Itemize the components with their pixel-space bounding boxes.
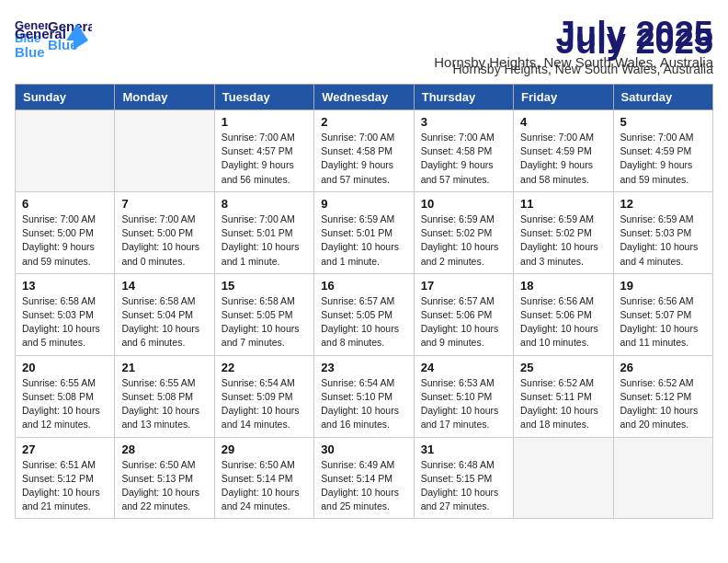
day-detail: Sunrise: 6:58 AM Sunset: 5:05 PM Dayligh…	[222, 294, 307, 350]
day-detail: Sunrise: 7:00 AM Sunset: 5:00 PM Dayligh…	[121, 213, 207, 269]
calendar-cell: 30Sunrise: 6:49 AM Sunset: 5:14 PM Dayli…	[314, 437, 414, 519]
day-number: 23	[321, 361, 406, 374]
svg-text:General: General	[15, 26, 66, 41]
calendar-cell: 11Sunrise: 6:59 AM Sunset: 5:02 PM Dayli…	[514, 191, 613, 273]
calendar-cell: 7Sunrise: 7:00 AM Sunset: 5:00 PM Daylig…	[115, 191, 214, 273]
day-detail: Sunrise: 7:00 AM Sunset: 5:00 PM Dayligh…	[22, 213, 108, 269]
day-number: 22	[222, 361, 307, 374]
day-detail: Sunrise: 6:50 AM Sunset: 5:13 PM Dayligh…	[121, 458, 207, 514]
calendar-cell: 21Sunrise: 6:55 AM Sunset: 5:08 PM Dayli…	[115, 355, 214, 437]
day-detail: Sunrise: 6:55 AM Sunset: 5:08 PM Dayligh…	[22, 376, 108, 432]
day-number: 18	[520, 279, 606, 293]
day-number: 8	[222, 197, 307, 211]
logo-svg: General Blue	[15, 22, 97, 63]
week-row-4: 20Sunrise: 6:55 AM Sunset: 5:08 PM Dayli…	[16, 355, 713, 437]
day-number: 21	[121, 361, 207, 374]
day-number: 5	[620, 115, 706, 129]
day-number: 20	[22, 361, 108, 374]
day-number: 6	[22, 197, 108, 211]
calendar-cell	[16, 110, 115, 192]
calendar-cell	[613, 437, 712, 519]
calendar-cell: 22Sunrise: 6:54 AM Sunset: 5:09 PM Dayli…	[214, 355, 313, 437]
calendar-cell: 14Sunrise: 6:58 AM Sunset: 5:04 PM Dayli…	[115, 273, 214, 355]
calendar-cell: 25Sunrise: 6:52 AM Sunset: 5:11 PM Dayli…	[514, 355, 613, 437]
day-detail: Sunrise: 7:00 AM Sunset: 5:01 PM Dayligh…	[222, 213, 307, 269]
day-number: 9	[321, 197, 406, 211]
logo-block: General Blue	[15, 22, 97, 63]
day-number: 10	[421, 197, 506, 211]
calendar-cell: 27Sunrise: 6:51 AM Sunset: 5:12 PM Dayli…	[16, 437, 115, 519]
calendar-cell: 15Sunrise: 6:58 AM Sunset: 5:05 PM Dayli…	[214, 273, 313, 355]
calendar-cell: 26Sunrise: 6:52 AM Sunset: 5:12 PM Dayli…	[613, 355, 712, 437]
week-row-5: 27Sunrise: 6:51 AM Sunset: 5:12 PM Dayli…	[16, 437, 713, 519]
day-detail: Sunrise: 6:55 AM Sunset: 5:08 PM Dayligh…	[121, 376, 207, 432]
calendar-cell: 2Sunrise: 7:00 AM Sunset: 4:58 PM Daylig…	[314, 110, 414, 192]
calendar-cell: 9Sunrise: 6:59 AM Sunset: 5:01 PM Daylig…	[314, 191, 414, 273]
day-detail: Sunrise: 6:59 AM Sunset: 5:02 PM Dayligh…	[421, 213, 506, 269]
calendar-cell: 23Sunrise: 6:54 AM Sunset: 5:10 PM Dayli…	[314, 355, 414, 437]
calendar-cell	[514, 437, 613, 519]
day-detail: Sunrise: 7:00 AM Sunset: 4:58 PM Dayligh…	[421, 131, 506, 187]
day-number: 19	[620, 279, 706, 293]
day-detail: Sunrise: 7:00 AM Sunset: 4:57 PM Dayligh…	[222, 131, 307, 187]
day-number: 17	[421, 279, 506, 293]
day-number: 4	[520, 115, 606, 129]
day-number: 15	[222, 279, 307, 293]
day-number: 31	[421, 442, 506, 456]
day-number: 11	[520, 197, 606, 211]
day-detail: Sunrise: 6:58 AM Sunset: 5:04 PM Dayligh…	[121, 294, 207, 350]
calendar-cell: 24Sunrise: 6:53 AM Sunset: 5:10 PM Dayli…	[414, 355, 513, 437]
week-row-2: 6Sunrise: 7:00 AM Sunset: 5:00 PM Daylig…	[16, 191, 713, 273]
day-detail: Sunrise: 7:00 AM Sunset: 4:59 PM Dayligh…	[620, 131, 706, 187]
day-number: 14	[121, 279, 207, 293]
day-detail: Sunrise: 6:53 AM Sunset: 5:10 PM Dayligh…	[421, 376, 506, 432]
location: Hornsby Heights, New South Wales, Austra…	[453, 62, 714, 76]
day-number: 2	[321, 115, 406, 129]
svg-marker-6	[66, 24, 88, 40]
day-number: 7	[121, 197, 207, 211]
day-number: 12	[620, 197, 706, 211]
day-detail: Sunrise: 6:59 AM Sunset: 5:01 PM Dayligh…	[321, 213, 406, 269]
day-detail: Sunrise: 6:54 AM Sunset: 5:09 PM Dayligh…	[222, 376, 307, 432]
header-wednesday: Wednesday	[314, 85, 414, 110]
day-number: 1	[222, 115, 307, 129]
calendar-cell: 3Sunrise: 7:00 AM Sunset: 4:58 PM Daylig…	[414, 110, 513, 192]
header-sunday: Sunday	[16, 85, 115, 110]
calendar-cell: 13Sunrise: 6:58 AM Sunset: 5:03 PM Dayli…	[16, 273, 115, 355]
day-detail: Sunrise: 6:59 AM Sunset: 5:03 PM Dayligh…	[620, 213, 706, 269]
calendar-cell: 4Sunrise: 7:00 AM Sunset: 4:59 PM Daylig…	[514, 110, 613, 192]
day-number: 25	[520, 361, 606, 374]
calendar-cell: 17Sunrise: 6:57 AM Sunset: 5:06 PM Dayli…	[414, 273, 513, 355]
day-number: 29	[222, 442, 307, 456]
day-detail: Sunrise: 6:59 AM Sunset: 5:02 PM Dayligh…	[520, 213, 606, 269]
calendar-cell: 5Sunrise: 7:00 AM Sunset: 4:59 PM Daylig…	[613, 110, 712, 192]
day-detail: Sunrise: 6:48 AM Sunset: 5:15 PM Dayligh…	[421, 458, 506, 514]
day-detail: Sunrise: 6:52 AM Sunset: 5:11 PM Dayligh…	[520, 376, 606, 432]
calendar-cell: 18Sunrise: 6:56 AM Sunset: 5:06 PM Dayli…	[514, 273, 613, 355]
calendar-cell: 16Sunrise: 6:57 AM Sunset: 5:05 PM Dayli…	[314, 273, 414, 355]
calendar-cell	[115, 110, 214, 192]
day-detail: Sunrise: 6:54 AM Sunset: 5:10 PM Dayligh…	[321, 376, 406, 432]
calendar-table: Sunday Monday Tuesday Wednesday Thursday…	[15, 84, 713, 519]
calendar-cell: 20Sunrise: 6:55 AM Sunset: 5:08 PM Dayli…	[16, 355, 115, 437]
day-detail: Sunrise: 7:00 AM Sunset: 4:59 PM Dayligh…	[520, 131, 606, 187]
day-detail: Sunrise: 6:52 AM Sunset: 5:12 PM Dayligh…	[620, 376, 706, 432]
calendar-cell: 6Sunrise: 7:00 AM Sunset: 5:00 PM Daylig…	[16, 191, 115, 273]
header-saturday: Saturday	[613, 85, 712, 110]
day-number: 3	[421, 115, 506, 129]
title-block: July 2025 Hornsby Heights, New South Wal…	[453, 22, 714, 76]
day-detail: Sunrise: 7:00 AM Sunset: 4:58 PM Dayligh…	[321, 131, 406, 187]
calendar-cell: 1Sunrise: 7:00 AM Sunset: 4:57 PM Daylig…	[214, 110, 313, 192]
calendar-cell: 10Sunrise: 6:59 AM Sunset: 5:02 PM Dayli…	[414, 191, 513, 273]
day-number: 30	[321, 442, 406, 456]
calendar-header-row: Sunday Monday Tuesday Wednesday Thursday…	[16, 85, 713, 110]
day-detail: Sunrise: 6:50 AM Sunset: 5:14 PM Dayligh…	[222, 458, 307, 514]
calendar-cell: 8Sunrise: 7:00 AM Sunset: 5:01 PM Daylig…	[214, 191, 313, 273]
day-number: 26	[620, 361, 706, 374]
calendar-cell: 29Sunrise: 6:50 AM Sunset: 5:14 PM Dayli…	[214, 437, 313, 519]
day-detail: Sunrise: 6:51 AM Sunset: 5:12 PM Dayligh…	[22, 458, 108, 514]
day-detail: Sunrise: 6:58 AM Sunset: 5:03 PM Dayligh…	[22, 294, 108, 350]
day-number: 28	[121, 442, 207, 456]
day-detail: Sunrise: 6:56 AM Sunset: 5:07 PM Dayligh…	[620, 294, 706, 350]
calendar-cell: 12Sunrise: 6:59 AM Sunset: 5:03 PM Dayli…	[613, 191, 712, 273]
